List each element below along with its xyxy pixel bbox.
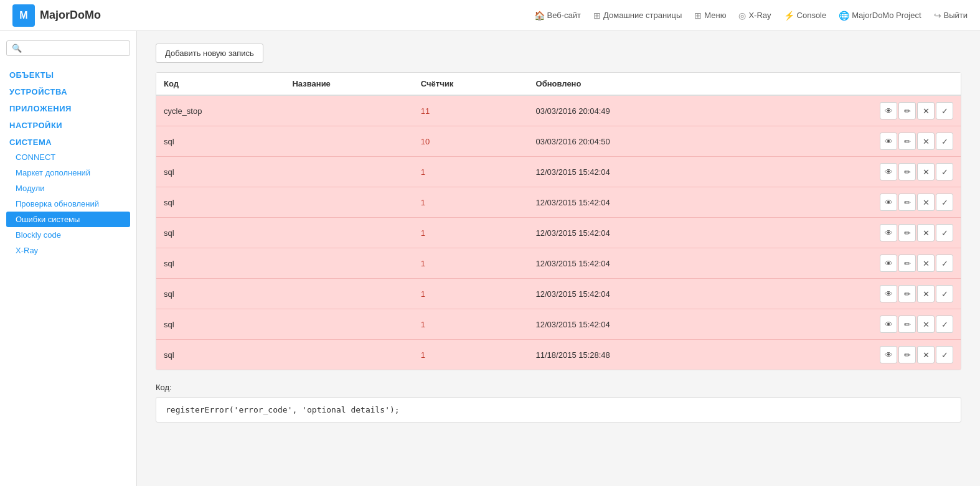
table-row: sql112/03/2015 15:42:04👁✏✕✓ bbox=[156, 248, 961, 279]
view-button[interactable]: 👁 bbox=[880, 255, 897, 272]
edit-button[interactable]: ✏ bbox=[898, 255, 916, 272]
confirm-button[interactable]: ✓ bbox=[936, 224, 953, 241]
sidebar-item-apps[interactable]: ПРИЛОЖЕНИЯ bbox=[6, 99, 130, 116]
table-row: sql112/03/2015 15:42:04👁✏✕✓ bbox=[156, 157, 961, 187]
delete-button[interactable]: ✕ bbox=[917, 133, 935, 150]
td-code: sql bbox=[156, 187, 285, 218]
add-record-button[interactable]: Добавить новую запись bbox=[156, 44, 263, 63]
confirm-button[interactable]: ✓ bbox=[936, 346, 953, 363]
view-button[interactable]: 👁 bbox=[880, 285, 897, 302]
sidebar-item-check-updates[interactable]: Проверка обновлений bbox=[6, 196, 130, 212]
col-counter: Счётчик bbox=[413, 73, 529, 95]
view-button[interactable]: 👁 bbox=[880, 102, 897, 119]
nav-xray[interactable]: ◎ X-Ray bbox=[738, 11, 771, 21]
confirm-button[interactable]: ✓ bbox=[936, 285, 953, 302]
nav-logout[interactable]: ↪ Выйти bbox=[934, 11, 968, 21]
td-name bbox=[285, 218, 413, 248]
edit-button[interactable]: ✏ bbox=[898, 133, 916, 150]
td-updated: 12/03/2015 15:42:04 bbox=[529, 218, 744, 248]
edit-button[interactable]: ✏ bbox=[898, 102, 916, 119]
edit-button[interactable]: ✏ bbox=[898, 163, 916, 180]
view-button[interactable]: 👁 bbox=[880, 315, 897, 333]
td-counter: 1 bbox=[413, 340, 529, 370]
logo: M MajorDoMo bbox=[12, 4, 101, 27]
td-updated: 12/03/2015 15:42:04 bbox=[529, 309, 744, 340]
sidebar-item-marketplace[interactable]: Маркет дополнений bbox=[6, 165, 130, 180]
delete-button[interactable]: ✕ bbox=[917, 346, 935, 363]
home-icon: 🏠 bbox=[534, 11, 545, 21]
edit-button[interactable]: ✏ bbox=[898, 285, 916, 302]
edit-button[interactable]: ✏ bbox=[898, 224, 916, 241]
search-input[interactable] bbox=[24, 44, 125, 53]
td-code: sql bbox=[156, 126, 285, 157]
confirm-button[interactable]: ✓ bbox=[936, 102, 953, 119]
td-updated: 11/18/2015 15:28:48 bbox=[529, 340, 744, 370]
delete-button[interactable]: ✕ bbox=[917, 315, 935, 333]
logout-icon: ↪ bbox=[934, 11, 941, 21]
nav-project[interactable]: 🌐 MajorDoMo Project bbox=[839, 11, 921, 21]
search-box[interactable]: 🔍 bbox=[6, 40, 130, 56]
td-counter: 1 bbox=[413, 279, 529, 309]
code-example: registerError('error_code', 'optional de… bbox=[156, 397, 961, 423]
table-row: sql1003/03/2016 20:04:50👁✏✕✓ bbox=[156, 126, 961, 157]
col-code: Код bbox=[156, 73, 285, 95]
sidebar-item-xray[interactable]: X-Ray bbox=[6, 243, 130, 258]
td-updated: 03/03/2016 20:04:49 bbox=[529, 95, 744, 126]
td-updated: 03/03/2016 20:04:50 bbox=[529, 126, 744, 157]
sidebar-item-settings[interactable]: НАСТРОЙКИ bbox=[6, 116, 130, 133]
delete-button[interactable]: ✕ bbox=[917, 163, 935, 180]
td-code: sql bbox=[156, 340, 285, 370]
grid-icon-2: ⊞ bbox=[694, 11, 702, 21]
sidebar-item-devices[interactable]: УСТРОЙСТВА bbox=[6, 82, 130, 99]
sidebar: 🔍 ОБЪЕКТЫ УСТРОЙСТВА ПРИЛОЖЕНИЯ НАСТРОЙК… bbox=[0, 31, 137, 486]
view-button[interactable]: 👁 bbox=[880, 194, 897, 211]
view-button[interactable]: 👁 bbox=[880, 163, 897, 180]
td-actions: 👁✏✕✓ bbox=[744, 187, 961, 218]
td-name bbox=[285, 157, 413, 187]
nav-menu[interactable]: ⊞ Меню bbox=[694, 11, 726, 21]
table-row: sql112/03/2015 15:42:04👁✏✕✓ bbox=[156, 279, 961, 309]
confirm-button[interactable]: ✓ bbox=[936, 163, 953, 180]
edit-button[interactable]: ✏ bbox=[898, 194, 916, 211]
sidebar-item-system[interactable]: СИСТЕМА bbox=[6, 133, 130, 149]
sidebar-item-objects[interactable]: ОБЪЕКТЫ bbox=[6, 65, 130, 82]
table-row: sql111/18/2015 15:28:48👁✏✕✓ bbox=[156, 340, 961, 370]
edit-button[interactable]: ✏ bbox=[898, 315, 916, 333]
td-name bbox=[285, 309, 413, 340]
td-actions: 👁✏✕✓ bbox=[744, 279, 961, 309]
confirm-button[interactable]: ✓ bbox=[936, 194, 953, 211]
td-updated: 12/03/2015 15:42:04 bbox=[529, 157, 744, 187]
delete-button[interactable]: ✕ bbox=[917, 194, 935, 211]
edit-button[interactable]: ✏ bbox=[898, 346, 916, 363]
table-row: cycle_stop1103/03/2016 20:04:49👁✏✕✓ bbox=[156, 95, 961, 126]
nav-home-pages[interactable]: ⊞ Домашние страницы bbox=[593, 11, 682, 21]
td-actions: 👁✏✕✓ bbox=[744, 309, 961, 340]
td-actions: 👁✏✕✓ bbox=[744, 126, 961, 157]
delete-button[interactable]: ✕ bbox=[917, 285, 935, 302]
td-name bbox=[285, 126, 413, 157]
confirm-button[interactable]: ✓ bbox=[936, 255, 953, 272]
td-code: sql bbox=[156, 157, 285, 187]
grid-icon-1: ⊞ bbox=[593, 11, 601, 21]
view-button[interactable]: 👁 bbox=[880, 133, 897, 150]
nav-console[interactable]: ⚡ Console bbox=[784, 11, 827, 21]
confirm-button[interactable]: ✓ bbox=[936, 315, 953, 333]
sidebar-item-blockly[interactable]: Blockly code bbox=[6, 227, 130, 243]
sidebar-item-modules[interactable]: Модули bbox=[6, 180, 130, 196]
delete-button[interactable]: ✕ bbox=[917, 255, 935, 272]
confirm-button[interactable]: ✓ bbox=[936, 133, 953, 150]
col-actions bbox=[744, 73, 961, 95]
main-content: Добавить новую запись Код Название Счётч… bbox=[137, 31, 980, 486]
view-button[interactable]: 👁 bbox=[880, 346, 897, 363]
sidebar-item-connect[interactable]: CONNECT bbox=[6, 149, 130, 165]
col-name: Название bbox=[285, 73, 413, 95]
globe-icon: 🌐 bbox=[839, 11, 849, 21]
td-counter: 1 bbox=[413, 187, 529, 218]
td-name bbox=[285, 95, 413, 126]
sidebar-item-system-errors[interactable]: Ошибки системы bbox=[6, 212, 130, 227]
delete-button[interactable]: ✕ bbox=[917, 102, 935, 119]
view-button[interactable]: 👁 bbox=[880, 224, 897, 241]
nav-website[interactable]: 🏠 Веб-сайт bbox=[534, 11, 581, 21]
delete-button[interactable]: ✕ bbox=[917, 224, 935, 241]
td-actions: 👁✏✕✓ bbox=[744, 218, 961, 248]
